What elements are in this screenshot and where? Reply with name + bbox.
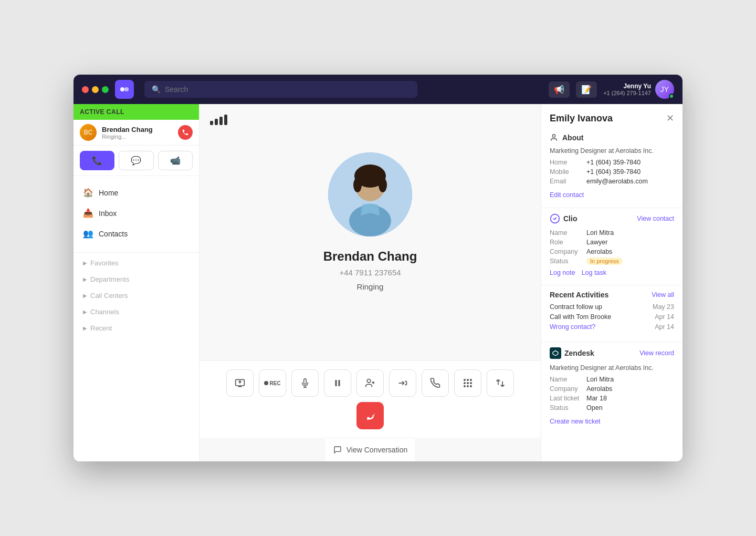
hold-button[interactable] — [324, 369, 351, 397]
clio-name-label: Name — [550, 229, 586, 236]
signal-bar-3 — [219, 117, 223, 125]
call-number: +44 7911 237654 — [339, 268, 401, 277]
activity-date-2: Apr 14 — [655, 313, 674, 321]
clio-company-row: Company Aerolabs — [550, 248, 674, 255]
contact-name-title: Emily Ivanova — [550, 113, 613, 124]
tab-phone[interactable]: 📞 — [80, 151, 114, 170]
sidebar-group-recent[interactable]: ▶ Recent — [74, 320, 199, 336]
user-name: Jenny Yu — [603, 83, 651, 90]
clio-section-header: Clio View contact — [550, 213, 674, 224]
close-right-panel-button[interactable]: ✕ — [666, 112, 674, 124]
activity-name-2: Call with Tom Brooke — [550, 313, 611, 321]
compose-button[interactable]: 📝 — [576, 81, 597, 98]
record-button[interactable]: REC — [259, 369, 286, 397]
caller-info: Brendan Chang Ringing... — [102, 126, 178, 140]
screen-share-button[interactable] — [226, 369, 254, 397]
avatar: JY — [655, 80, 674, 99]
title-bar: 🔍 📢 📝 Jenny Yu +1 (264) 279-1147 JY — [74, 75, 682, 104]
clio-name-row: Name Lori Mitra — [550, 229, 674, 236]
zendesk-ticket-label: Last ticket — [550, 395, 586, 402]
email-value: emily@aerolabs.com — [586, 178, 648, 185]
sidebar-group-departments[interactable]: ▶ Departments — [74, 271, 199, 287]
zendesk-ticket-value: Mar 18 — [586, 395, 607, 402]
end-call-button[interactable] — [356, 402, 384, 429]
view-conversation-label: View Conversation — [346, 446, 407, 454]
svg-point-6 — [353, 178, 362, 192]
search-input[interactable] — [165, 85, 410, 94]
call-controls: REC — [200, 360, 541, 438]
active-call-item[interactable]: BC Brendan Chang Ringing... — [74, 120, 199, 146]
svg-rect-11 — [335, 380, 337, 386]
right-panel-header: Emily Ivanova ✕ — [541, 104, 682, 128]
sidebar-group-favorites[interactable]: ▶ Favorites — [74, 255, 199, 271]
signal-bars — [210, 115, 227, 125]
call-content: Brendan Chang +44 7911 237654 Ringing — [323, 104, 417, 360]
about-mobile-row: Mobile +1 (604) 359-7840 — [550, 168, 674, 176]
logo-icon — [115, 80, 134, 99]
sidebar-item-inbox[interactable]: 📥 Inbox — [74, 203, 199, 223]
about-section-title: About — [562, 133, 583, 142]
sidebar-group-call-centers[interactable]: ▶ Call Centers — [74, 287, 199, 304]
home-value: +1 (604) 359-7840 — [586, 159, 640, 166]
transfer-button[interactable] — [389, 369, 416, 397]
clio-company-label: Company — [550, 248, 586, 255]
recent-activities-header: Recent Activities View all — [550, 291, 674, 299]
nav-divider — [74, 252, 199, 253]
mute-button[interactable] — [291, 369, 319, 397]
flip-button[interactable] — [487, 369, 514, 397]
status-badge: In progress — [586, 257, 623, 265]
active-call-banner: Active Call — [74, 104, 199, 120]
activity-row-3: Wrong contact? Apr 14 — [550, 323, 674, 331]
maximize-window-button[interactable] — [102, 86, 109, 93]
main-content: Active Call BC Brendan Chang Ringing... … — [74, 104, 682, 461]
zendesk-view-record-link[interactable]: View record — [639, 349, 674, 357]
about-section: About Marketing Designer at Aerolabs Inc… — [541, 128, 682, 208]
sidebar-group-channels[interactable]: ▶ Channels — [74, 304, 199, 320]
log-note-link[interactable]: Log note — [550, 269, 575, 276]
end-call-quick-button[interactable] — [178, 125, 193, 140]
dialpad-button[interactable] — [454, 369, 481, 397]
svg-point-21 — [467, 382, 469, 384]
clio-view-contact-link[interactable]: View contact — [637, 215, 674, 222]
search-bar[interactable]: 🔍 — [144, 81, 417, 98]
activity-row-1: Contract follow up May 23 — [550, 303, 674, 311]
keypad-button[interactable] — [422, 369, 449, 397]
edit-contact-link[interactable]: Edit contact — [550, 191, 584, 199]
svg-point-18 — [467, 379, 469, 381]
call-state: Ringing — [357, 282, 384, 291]
log-task-link[interactable]: Log task — [582, 269, 606, 276]
zendesk-icon — [550, 347, 561, 359]
about-home-row: Home +1 (604) 359-7840 — [550, 159, 674, 166]
chevron-right-icon: ▶ — [83, 309, 87, 315]
add-participant-button[interactable] — [356, 369, 384, 397]
notification-button[interactable]: 📢 — [549, 81, 570, 98]
zendesk-ticket-row: Last ticket Mar 18 — [550, 395, 674, 402]
call-type-tabs: 📞 💬 📹 — [74, 146, 199, 176]
view-conversation-bar[interactable]: View Conversation — [326, 438, 415, 461]
sidebar-item-contacts[interactable]: 👥 Contacts — [74, 223, 199, 244]
svg-point-23 — [464, 385, 466, 387]
view-all-link[interactable]: View all — [652, 291, 674, 298]
wrong-contact-link[interactable]: Wrong contact? — [550, 323, 595, 331]
clio-role-value: Lawyer — [586, 239, 607, 246]
sidebar-item-inbox-label: Inbox — [99, 209, 117, 218]
close-window-button[interactable] — [82, 86, 89, 93]
person-icon — [550, 133, 558, 142]
sidebar-item-home[interactable]: 🏠 Home — [74, 182, 199, 203]
create-ticket-link[interactable]: Create new ticket — [550, 418, 601, 425]
chevron-right-icon: ▶ — [83, 325, 87, 331]
about-subtitle: Marketing Designer at Aerolabs Inc. — [550, 147, 674, 154]
app-window: 🔍 📢 📝 Jenny Yu +1 (264) 279-1147 JY Acti… — [74, 75, 682, 461]
svg-point-25 — [470, 385, 472, 387]
tab-video[interactable]: 📹 — [158, 151, 193, 170]
chevron-right-icon: ▶ — [83, 293, 87, 298]
minimize-window-button[interactable] — [92, 86, 99, 93]
app-logo — [115, 80, 134, 99]
header-right: 📢 📝 Jenny Yu +1 (264) 279-1147 JY — [549, 80, 674, 99]
svg-point-22 — [470, 382, 472, 384]
zendesk-company-label: Company — [550, 385, 586, 393]
tab-message[interactable]: 💬 — [119, 151, 153, 170]
svg-point-20 — [464, 382, 466, 384]
svg-point-26 — [552, 135, 555, 137]
sidebar-group-recent-label: Recent — [90, 324, 112, 332]
